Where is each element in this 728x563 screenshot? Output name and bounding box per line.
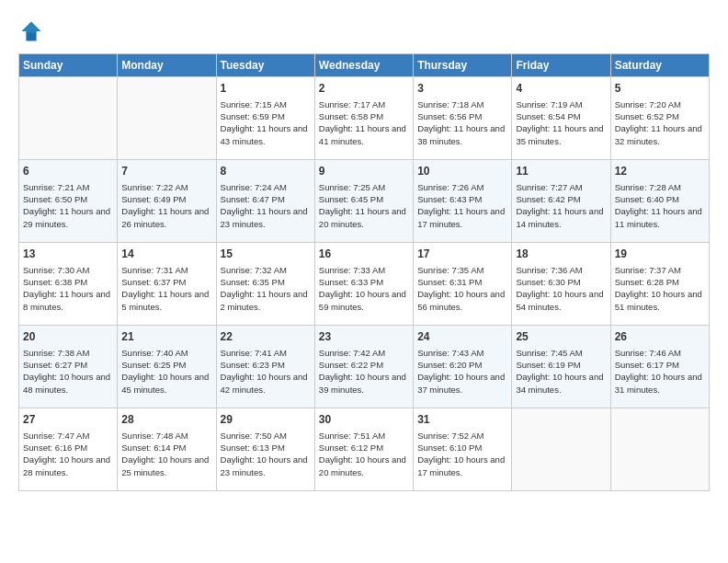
day-cell: 21Sunrise: 7:40 AMSunset: 6:25 PMDayligh… xyxy=(118,326,216,408)
day-cell: 25Sunrise: 7:45 AMSunset: 6:19 PMDayligh… xyxy=(512,326,610,408)
header-row: SundayMondayTuesdayWednesdayThursdayFrid… xyxy=(19,54,710,77)
day-number: 6 xyxy=(23,164,113,179)
day-info: Sunrise: 7:47 AM xyxy=(23,430,113,442)
day-info: Sunrise: 7:25 AM xyxy=(319,181,409,193)
day-cell: 12Sunrise: 7:28 AMSunset: 6:40 PMDayligh… xyxy=(610,160,709,243)
day-info: Sunset: 6:43 PM xyxy=(417,193,507,205)
day-info: Daylight: 10 hours and 23 minutes. xyxy=(221,454,311,478)
day-info: Sunrise: 7:42 AM xyxy=(319,347,409,359)
day-cell: 4Sunrise: 7:19 AMSunset: 6:54 PMDaylight… xyxy=(512,77,610,160)
day-number: 10 xyxy=(417,164,507,179)
day-info: Sunrise: 7:27 AM xyxy=(516,181,606,193)
day-number: 5 xyxy=(615,81,705,97)
day-cell: 6Sunrise: 7:21 AMSunset: 6:50 PMDaylight… xyxy=(19,160,118,243)
day-cell: 9Sunrise: 7:25 AMSunset: 6:45 PMDaylight… xyxy=(314,160,413,243)
week-row-4: 20Sunrise: 7:38 AMSunset: 6:27 PMDayligh… xyxy=(19,326,710,408)
day-number: 26 xyxy=(615,329,705,345)
day-info: Sunrise: 7:31 AM xyxy=(121,264,211,276)
day-cell: 1Sunrise: 7:15 AMSunset: 6:59 PMDaylight… xyxy=(216,77,314,160)
day-cell xyxy=(19,77,118,160)
day-cell: 30Sunrise: 7:51 AMSunset: 6:12 PMDayligh… xyxy=(314,408,413,491)
day-info: Sunrise: 7:45 AM xyxy=(516,347,606,359)
day-info: Sunrise: 7:48 AM xyxy=(121,430,211,442)
calendar-header: SundayMondayTuesdayWednesdayThursdayFrid… xyxy=(19,54,710,77)
day-info: Sunrise: 7:46 AM xyxy=(615,347,705,359)
day-number: 7 xyxy=(121,164,211,179)
day-number: 12 xyxy=(615,164,705,179)
week-row-2: 6Sunrise: 7:21 AMSunset: 6:50 PMDaylight… xyxy=(19,160,710,243)
day-info: Sunset: 6:42 PM xyxy=(516,193,606,205)
day-info: Daylight: 11 hours and 38 minutes. xyxy=(417,122,507,147)
day-info: Sunset: 6:37 PM xyxy=(121,276,211,288)
day-cell: 20Sunrise: 7:38 AMSunset: 6:27 PMDayligh… xyxy=(19,326,118,408)
day-number: 16 xyxy=(319,247,409,262)
day-info: Sunrise: 7:19 AM xyxy=(516,98,606,110)
day-cell: 19Sunrise: 7:37 AMSunset: 6:28 PMDayligh… xyxy=(610,243,709,326)
day-number: 21 xyxy=(121,329,211,345)
day-info: Daylight: 10 hours and 39 minutes. xyxy=(319,371,409,396)
day-cell: 16Sunrise: 7:33 AMSunset: 6:33 PMDayligh… xyxy=(314,243,413,326)
day-info: Sunset: 6:17 PM xyxy=(615,359,705,371)
day-info: Sunset: 6:12 PM xyxy=(319,442,409,454)
day-info: Sunrise: 7:18 AM xyxy=(417,98,507,110)
day-cell: 14Sunrise: 7:31 AMSunset: 6:37 PMDayligh… xyxy=(118,243,216,326)
day-info: Daylight: 10 hours and 56 minutes. xyxy=(417,288,507,313)
day-info: Sunrise: 7:30 AM xyxy=(23,264,113,276)
day-info: Sunset: 6:38 PM xyxy=(23,276,113,288)
day-info: Sunset: 6:49 PM xyxy=(121,193,211,205)
day-info: Sunset: 6:25 PM xyxy=(121,359,211,371)
day-info: Daylight: 10 hours and 34 minutes. xyxy=(516,371,606,396)
day-number: 2 xyxy=(319,81,409,97)
day-info: Daylight: 10 hours and 51 minutes. xyxy=(615,288,705,313)
day-cell: 13Sunrise: 7:30 AMSunset: 6:38 PMDayligh… xyxy=(19,243,118,326)
header xyxy=(18,18,710,44)
day-info: Daylight: 10 hours and 42 minutes. xyxy=(221,371,311,396)
day-cell: 22Sunrise: 7:41 AMSunset: 6:23 PMDayligh… xyxy=(216,326,314,408)
day-info: Sunrise: 7:15 AM xyxy=(221,98,311,110)
day-cell: 15Sunrise: 7:32 AMSunset: 6:35 PMDayligh… xyxy=(216,243,314,326)
day-info: Daylight: 11 hours and 11 minutes. xyxy=(615,205,705,230)
day-info: Sunrise: 7:20 AM xyxy=(615,98,705,110)
day-info: Daylight: 10 hours and 48 minutes. xyxy=(23,371,113,396)
day-info: Sunset: 6:14 PM xyxy=(121,442,211,454)
logo xyxy=(18,18,46,44)
day-cell: 23Sunrise: 7:42 AMSunset: 6:22 PMDayligh… xyxy=(314,326,413,408)
day-cell xyxy=(118,77,216,160)
day-info: Sunset: 6:31 PM xyxy=(417,276,507,288)
day-info: Sunset: 6:54 PM xyxy=(516,110,606,122)
svg-marker-1 xyxy=(22,22,41,33)
day-info: Sunrise: 7:43 AM xyxy=(417,347,507,359)
day-cell: 27Sunrise: 7:47 AMSunset: 6:16 PMDayligh… xyxy=(19,408,118,491)
day-number: 28 xyxy=(121,412,211,428)
day-info: Sunset: 6:56 PM xyxy=(417,110,507,122)
day-number: 15 xyxy=(221,247,311,262)
day-cell: 31Sunrise: 7:52 AMSunset: 6:10 PMDayligh… xyxy=(414,408,512,491)
day-info: Sunset: 6:13 PM xyxy=(221,442,311,454)
day-info: Sunset: 6:23 PM xyxy=(221,359,311,371)
day-cell: 17Sunrise: 7:35 AMSunset: 6:31 PMDayligh… xyxy=(414,243,512,326)
day-info: Sunset: 6:19 PM xyxy=(516,359,606,371)
day-cell xyxy=(610,408,709,491)
day-info: Daylight: 10 hours and 45 minutes. xyxy=(121,371,211,396)
week-row-5: 27Sunrise: 7:47 AMSunset: 6:16 PMDayligh… xyxy=(19,408,710,491)
day-number: 31 xyxy=(417,412,507,428)
day-info: Sunrise: 7:41 AM xyxy=(221,347,311,359)
calendar-page: SundayMondayTuesdayWednesdayThursdayFrid… xyxy=(0,0,728,500)
day-info: Sunrise: 7:36 AM xyxy=(516,264,606,276)
day-number: 19 xyxy=(615,247,705,262)
day-info: Sunset: 6:47 PM xyxy=(221,193,311,205)
day-info: Daylight: 11 hours and 35 minutes. xyxy=(516,122,606,147)
day-number: 18 xyxy=(516,247,606,262)
calendar-body: 1Sunrise: 7:15 AMSunset: 6:59 PMDaylight… xyxy=(19,77,710,491)
header-cell-sunday: Sunday xyxy=(19,54,118,77)
calendar-table: SundayMondayTuesdayWednesdayThursdayFrid… xyxy=(18,53,710,491)
week-row-3: 13Sunrise: 7:30 AMSunset: 6:38 PMDayligh… xyxy=(19,243,710,326)
day-info: Sunrise: 7:22 AM xyxy=(121,181,211,193)
header-cell-thursday: Thursday xyxy=(414,54,512,77)
day-number: 1 xyxy=(221,81,311,97)
day-info: Daylight: 11 hours and 17 minutes. xyxy=(417,205,507,230)
day-number: 25 xyxy=(516,329,606,345)
day-info: Sunrise: 7:50 AM xyxy=(221,430,311,442)
day-info: Daylight: 10 hours and 37 minutes. xyxy=(417,371,507,396)
day-info: Sunset: 6:28 PM xyxy=(615,276,705,288)
